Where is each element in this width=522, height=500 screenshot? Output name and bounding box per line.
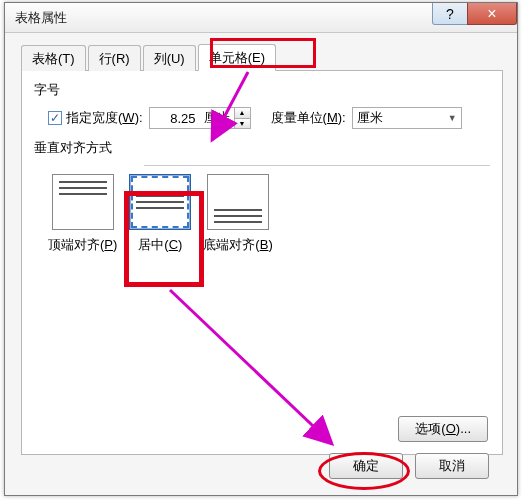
valign-top-button[interactable] (52, 174, 114, 230)
valign-bottom-label: 底端对齐(B) (203, 236, 272, 254)
size-section-label: 字号 (34, 81, 490, 99)
titlebar: 表格属性 ? × (5, 3, 517, 33)
valign-top-label: 顶端对齐(P) (48, 236, 117, 254)
width-unit: 厘米 (200, 109, 234, 127)
specify-width-checkbox[interactable]: ✓ (48, 111, 62, 125)
width-spinner[interactable]: 厘米 ▲▼ (149, 107, 251, 129)
valign-section-label: 垂直对齐方式 (34, 139, 490, 157)
spin-down-icon[interactable]: ▼ (234, 119, 250, 129)
measure-unit-value: 厘米 (357, 109, 383, 127)
specify-width-label: 指定宽度(W): (66, 109, 143, 127)
valign-top-item: 顶端对齐(P) (48, 174, 117, 254)
close-icon: × (487, 5, 496, 23)
help-button[interactable]: ? (432, 3, 468, 25)
tab-strip: 表格(T) 行(R) 列(U) 单元格(E) (21, 45, 503, 71)
valign-center-label: 居中(C) (138, 236, 182, 254)
window-title: 表格属性 (15, 9, 67, 27)
tab-panel-cell: 字号 ✓ 指定宽度(W): 厘米 ▲▼ 度量单位(M): 厘米 ▼ (21, 71, 503, 455)
tab-column[interactable]: 列(U) (143, 45, 196, 71)
tab-cell[interactable]: 单元格(E) (198, 44, 276, 71)
divider (144, 165, 490, 166)
measure-label: 度量单位(M): (271, 109, 346, 127)
valign-center-item: 居中(C) (129, 174, 191, 254)
width-updown[interactable]: ▲▼ (234, 108, 250, 128)
tab-row[interactable]: 行(R) (88, 45, 141, 71)
options-button[interactable]: 选项(O)... (398, 416, 488, 442)
width-input[interactable] (150, 108, 200, 128)
chevron-down-icon: ▼ (448, 113, 457, 123)
help-icon: ? (446, 6, 454, 22)
cancel-button[interactable]: 取消 (415, 453, 489, 479)
tab-table[interactable]: 表格(T) (21, 45, 86, 71)
valign-bottom-button[interactable] (207, 174, 269, 230)
valign-group: 顶端对齐(P) 居中(C) 底端对齐(B) (34, 174, 490, 254)
window-buttons: ? × (433, 3, 517, 27)
spin-up-icon[interactable]: ▲ (234, 108, 250, 119)
measure-unit-select[interactable]: 厘米 ▼ (352, 107, 462, 129)
width-row: ✓ 指定宽度(W): 厘米 ▲▼ 度量单位(M): 厘米 ▼ (34, 107, 490, 129)
dialog-body: 表格(T) 行(R) 列(U) 单元格(E) 字号 ✓ 指定宽度(W): 厘米 … (5, 33, 517, 495)
ok-button[interactable]: 确定 (329, 453, 403, 479)
dialog-footer: 确定 取消 (329, 453, 489, 479)
valign-bottom-item: 底端对齐(B) (203, 174, 272, 254)
valign-center-button[interactable] (129, 174, 191, 230)
close-button[interactable]: × (467, 3, 517, 25)
dialog-window: 表格属性 ? × 表格(T) 行(R) 列(U) 单元格(E) 字号 ✓ 指定宽… (4, 2, 518, 496)
